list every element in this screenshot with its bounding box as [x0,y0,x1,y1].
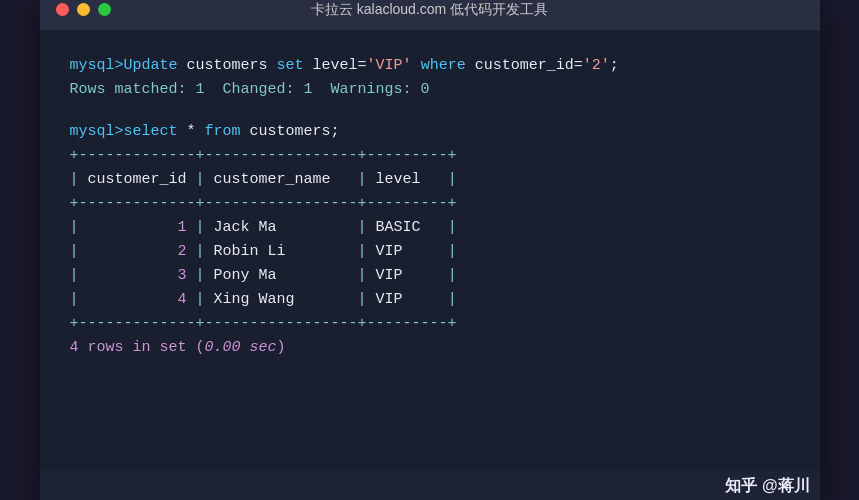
footer-prefix: 4 rows in set ( [70,339,205,356]
footer-time: 0.00 sec [205,339,277,356]
keyword-update: Update [124,57,178,74]
table-header: | customer_id | customer_name | level | [70,168,790,192]
result-footer: 4 rows in set (0.00 sec) [70,336,790,360]
row4-id: 4 [79,291,196,308]
result-update: Rows matched: 1 Changed: 1 Warnings: 0 [70,78,790,102]
row3-level: VIP [367,267,448,284]
table-top-border: +-------------+-----------------+-------… [70,144,790,168]
cmd-text-2: level= [304,57,367,74]
col-id: customer_id [79,171,196,188]
row2-name: Robin Li [205,243,358,260]
border-r3-4: | [448,267,457,284]
table-row: | 3 | Pony Ma | VIP | [70,264,790,288]
border-r2-4: | [448,243,457,260]
value-vip: 'VIP' [367,57,412,74]
terminal-body: mysql>Update customers set level='VIP' w… [40,30,820,470]
value-id: '2' [583,57,610,74]
border-r4-3: | [358,291,367,308]
maximize-button[interactable] [98,3,111,16]
spacer-1 [70,102,790,120]
row4-level: VIP [367,291,448,308]
border-r3-1: | [70,267,79,284]
title-bar: 卡拉云 kalacloud.com 低代码开发工具 [40,0,820,30]
border-r3-2: | [196,267,205,284]
col-level: level [367,171,448,188]
close-button[interactable] [56,3,69,16]
cmd-semicolon: ; [610,57,619,74]
row2-id: 2 [79,243,196,260]
row1-level: BASIC [367,219,448,236]
border-r3-3: | [358,267,367,284]
footer-suffix: ) [277,339,286,356]
border-r2-1: | [70,243,79,260]
border-r1-3: | [358,219,367,236]
cmd-text-3 [412,57,421,74]
traffic-lights [56,3,111,16]
row1-id: 1 [79,219,196,236]
keyword-select: select [124,123,178,140]
border-r4-4: | [448,291,457,308]
minimize-button[interactable] [77,3,90,16]
border-h2: | [196,171,205,188]
table-row: | 4 | Xing Wang | VIP | [70,288,790,312]
terminal-window: 卡拉云 kalacloud.com 低代码开发工具 mysql>Update c… [40,0,820,500]
border-r1-2: | [196,219,205,236]
watermark: 知乎 @蒋川 [40,470,820,501]
border-h4: | [448,171,457,188]
border-r2-2: | [196,243,205,260]
prompt-1: mysql> [70,57,124,74]
command-update: mysql>Update customers set level='VIP' w… [70,54,790,78]
table-header-border: +-------------+-----------------+-------… [70,192,790,216]
keyword-where: where [421,57,466,74]
border-r4-2: | [196,291,205,308]
border-r1-4: | [448,219,457,236]
border-r4-1: | [70,291,79,308]
border-h1: | [70,171,79,188]
table-bottom-border: +-------------+-----------------+-------… [70,312,790,336]
border-r1-1: | [70,219,79,236]
border-h3: | [358,171,367,188]
window-title: 卡拉云 kalacloud.com 低代码开发工具 [311,1,548,19]
cmd-table: customers; [241,123,340,140]
row3-name: Pony Ma [205,267,358,284]
table-row: | 1 | Jack Ma | BASIC | [70,216,790,240]
cmd-text-4: customer_id= [466,57,583,74]
border-r2-3: | [358,243,367,260]
row3-id: 3 [79,267,196,284]
cmd-text-1: customers [178,57,277,74]
row2-level: VIP [367,243,448,260]
cmd-star: * [178,123,205,140]
row4-name: Xing Wang [205,291,358,308]
table-row: | 2 | Robin Li | VIP | [70,240,790,264]
row1-name: Jack Ma [205,219,358,236]
command-select: mysql>select * from customers; [70,120,790,144]
keyword-from: from [205,123,241,140]
prompt-2: mysql> [70,123,124,140]
col-name: customer_name [205,171,358,188]
keyword-set: set [277,57,304,74]
